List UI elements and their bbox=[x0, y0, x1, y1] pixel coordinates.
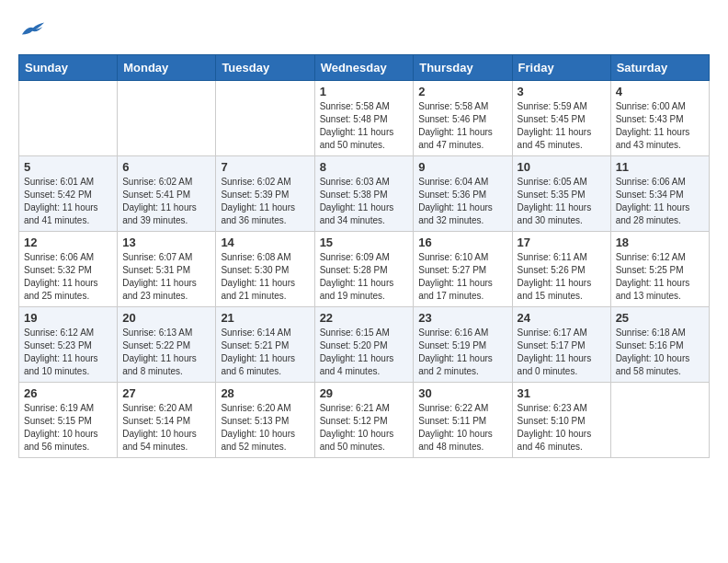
day-info: Sunrise: 6:12 AM Sunset: 5:25 PM Dayligh… bbox=[616, 251, 704, 303]
calendar-cell: 3Sunrise: 5:59 AM Sunset: 5:45 PM Daylig… bbox=[512, 80, 610, 155]
calendar-cell: 10Sunrise: 6:05 AM Sunset: 5:35 PM Dayli… bbox=[512, 155, 610, 231]
day-info: Sunrise: 6:11 AM Sunset: 5:26 PM Dayligh… bbox=[518, 251, 606, 303]
calendar-cell: 4Sunrise: 6:00 AM Sunset: 5:43 PM Daylig… bbox=[610, 80, 709, 155]
day-info: Sunrise: 6:14 AM Sunset: 5:21 PM Dayligh… bbox=[221, 327, 309, 378]
page-header bbox=[18, 18, 710, 45]
day-info: Sunrise: 6:07 AM Sunset: 5:31 PM Dayligh… bbox=[122, 251, 210, 303]
day-number: 15 bbox=[320, 236, 409, 249]
day-number: 6 bbox=[122, 160, 210, 174]
day-info: Sunrise: 6:17 AM Sunset: 5:17 PM Dayligh… bbox=[518, 327, 606, 378]
day-number: 25 bbox=[616, 311, 704, 325]
calendar-cell: 20Sunrise: 6:13 AM Sunset: 5:22 PM Dayli… bbox=[118, 306, 216, 382]
day-info: Sunrise: 6:02 AM Sunset: 5:39 PM Dayligh… bbox=[221, 176, 309, 227]
calendar-cell: 25Sunrise: 6:18 AM Sunset: 5:16 PM Dayli… bbox=[610, 306, 709, 382]
calendar-cell: 12Sunrise: 6:06 AM Sunset: 5:32 PM Dayli… bbox=[19, 231, 118, 306]
day-info: Sunrise: 6:22 AM Sunset: 5:11 PM Dayligh… bbox=[418, 402, 506, 454]
day-info: Sunrise: 6:03 AM Sunset: 5:38 PM Dayligh… bbox=[320, 176, 409, 227]
day-number: 3 bbox=[518, 85, 606, 98]
day-info: Sunrise: 6:12 AM Sunset: 5:23 PM Dayligh… bbox=[24, 327, 112, 378]
day-number: 31 bbox=[518, 386, 606, 400]
week-row-2: 5Sunrise: 6:01 AM Sunset: 5:42 PM Daylig… bbox=[19, 155, 710, 231]
day-info: Sunrise: 6:09 AM Sunset: 5:28 PM Dayligh… bbox=[320, 251, 409, 303]
weekday-header-tuesday: Tuesday bbox=[216, 54, 314, 80]
week-row-4: 19Sunrise: 6:12 AM Sunset: 5:23 PM Dayli… bbox=[19, 306, 710, 382]
calendar-cell: 19Sunrise: 6:12 AM Sunset: 5:23 PM Dayli… bbox=[19, 306, 118, 382]
day-info: Sunrise: 6:23 AM Sunset: 5:10 PM Dayligh… bbox=[518, 402, 606, 454]
day-number: 4 bbox=[616, 85, 704, 98]
week-row-5: 26Sunrise: 6:19 AM Sunset: 5:15 PM Dayli… bbox=[19, 382, 710, 457]
weekday-header-wednesday: Wednesday bbox=[314, 54, 414, 80]
day-info: Sunrise: 6:13 AM Sunset: 5:22 PM Dayligh… bbox=[122, 327, 210, 378]
day-info: Sunrise: 6:06 AM Sunset: 5:34 PM Dayligh… bbox=[616, 176, 704, 227]
calendar-cell: 1Sunrise: 5:58 AM Sunset: 5:48 PM Daylig… bbox=[314, 80, 414, 155]
day-info: Sunrise: 6:19 AM Sunset: 5:15 PM Dayligh… bbox=[24, 402, 112, 454]
calendar-cell: 27Sunrise: 6:20 AM Sunset: 5:14 PM Dayli… bbox=[118, 382, 216, 457]
calendar-cell: 28Sunrise: 6:20 AM Sunset: 5:13 PM Dayli… bbox=[216, 382, 314, 457]
day-info: Sunrise: 6:20 AM Sunset: 5:14 PM Dayligh… bbox=[122, 402, 210, 454]
calendar-cell: 8Sunrise: 6:03 AM Sunset: 5:38 PM Daylig… bbox=[314, 155, 414, 231]
day-number: 26 bbox=[24, 386, 112, 400]
weekday-header-sunday: Sunday bbox=[19, 54, 118, 80]
day-number: 20 bbox=[122, 311, 210, 325]
calendar-cell: 14Sunrise: 6:08 AM Sunset: 5:30 PM Dayli… bbox=[216, 231, 314, 306]
calendar-cell: 18Sunrise: 6:12 AM Sunset: 5:25 PM Dayli… bbox=[610, 231, 709, 306]
calendar-cell: 24Sunrise: 6:17 AM Sunset: 5:17 PM Dayli… bbox=[512, 306, 610, 382]
day-info: Sunrise: 6:15 AM Sunset: 5:20 PM Dayligh… bbox=[320, 327, 409, 378]
day-info: Sunrise: 5:58 AM Sunset: 5:46 PM Dayligh… bbox=[418, 100, 506, 152]
day-number: 23 bbox=[418, 311, 506, 325]
weekday-header-saturday: Saturday bbox=[610, 54, 709, 80]
day-number: 1 bbox=[320, 85, 409, 98]
calendar-cell: 6Sunrise: 6:02 AM Sunset: 5:41 PM Daylig… bbox=[118, 155, 216, 231]
weekday-header-thursday: Thursday bbox=[414, 54, 512, 80]
day-number: 10 bbox=[518, 160, 606, 174]
day-number: 13 bbox=[122, 236, 210, 249]
day-info: Sunrise: 6:20 AM Sunset: 5:13 PM Dayligh… bbox=[221, 402, 309, 454]
week-row-1: 1Sunrise: 5:58 AM Sunset: 5:48 PM Daylig… bbox=[19, 80, 710, 155]
day-number: 22 bbox=[320, 311, 409, 325]
calendar-cell: 22Sunrise: 6:15 AM Sunset: 5:20 PM Dayli… bbox=[314, 306, 414, 382]
day-info: Sunrise: 6:00 AM Sunset: 5:43 PM Dayligh… bbox=[616, 100, 704, 152]
day-number: 18 bbox=[616, 236, 704, 249]
calendar-cell bbox=[216, 80, 314, 155]
logo bbox=[18, 18, 46, 45]
calendar-cell: 30Sunrise: 6:22 AM Sunset: 5:11 PM Dayli… bbox=[414, 382, 512, 457]
week-row-3: 12Sunrise: 6:06 AM Sunset: 5:32 PM Dayli… bbox=[19, 231, 710, 306]
day-number: 21 bbox=[221, 311, 309, 325]
day-info: Sunrise: 6:02 AM Sunset: 5:41 PM Dayligh… bbox=[122, 176, 210, 227]
day-info: Sunrise: 5:58 AM Sunset: 5:48 PM Dayligh… bbox=[320, 100, 409, 152]
calendar-cell: 2Sunrise: 5:58 AM Sunset: 5:46 PM Daylig… bbox=[414, 80, 512, 155]
day-info: Sunrise: 6:16 AM Sunset: 5:19 PM Dayligh… bbox=[418, 327, 506, 378]
weekday-header-row: SundayMondayTuesdayWednesdayThursdayFrid… bbox=[19, 54, 710, 80]
day-info: Sunrise: 6:21 AM Sunset: 5:12 PM Dayligh… bbox=[320, 402, 409, 454]
calendar-cell bbox=[610, 382, 709, 457]
day-number: 9 bbox=[418, 160, 506, 174]
calendar-cell: 13Sunrise: 6:07 AM Sunset: 5:31 PM Dayli… bbox=[118, 231, 216, 306]
calendar-cell: 11Sunrise: 6:06 AM Sunset: 5:34 PM Dayli… bbox=[610, 155, 709, 231]
calendar-cell: 29Sunrise: 6:21 AM Sunset: 5:12 PM Dayli… bbox=[314, 382, 414, 457]
day-number: 17 bbox=[518, 236, 606, 249]
calendar-cell: 5Sunrise: 6:01 AM Sunset: 5:42 PM Daylig… bbox=[19, 155, 118, 231]
calendar-cell: 21Sunrise: 6:14 AM Sunset: 5:21 PM Dayli… bbox=[216, 306, 314, 382]
calendar-cell bbox=[19, 80, 118, 155]
day-number: 12 bbox=[24, 236, 112, 249]
day-info: Sunrise: 6:01 AM Sunset: 5:42 PM Dayligh… bbox=[24, 176, 112, 227]
day-number: 30 bbox=[418, 386, 506, 400]
calendar-cell: 23Sunrise: 6:16 AM Sunset: 5:19 PM Dayli… bbox=[414, 306, 512, 382]
calendar-cell: 31Sunrise: 6:23 AM Sunset: 5:10 PM Dayli… bbox=[512, 382, 610, 457]
calendar-cell: 7Sunrise: 6:02 AM Sunset: 5:39 PM Daylig… bbox=[216, 155, 314, 231]
day-number: 8 bbox=[320, 160, 409, 174]
day-info: Sunrise: 6:04 AM Sunset: 5:36 PM Dayligh… bbox=[418, 176, 506, 227]
logo-text bbox=[18, 18, 46, 45]
day-number: 27 bbox=[122, 386, 210, 400]
day-number: 11 bbox=[616, 160, 704, 174]
calendar-cell: 26Sunrise: 6:19 AM Sunset: 5:15 PM Dayli… bbox=[19, 382, 118, 457]
day-info: Sunrise: 6:06 AM Sunset: 5:32 PM Dayligh… bbox=[24, 251, 112, 303]
weekday-header-monday: Monday bbox=[118, 54, 216, 80]
day-info: Sunrise: 6:08 AM Sunset: 5:30 PM Dayligh… bbox=[221, 251, 309, 303]
day-number: 24 bbox=[518, 311, 606, 325]
calendar-table: SundayMondayTuesdayWednesdayThursdayFrid… bbox=[18, 54, 710, 458]
day-number: 5 bbox=[24, 160, 112, 174]
day-info: Sunrise: 6:10 AM Sunset: 5:27 PM Dayligh… bbox=[418, 251, 506, 303]
day-number: 7 bbox=[221, 160, 309, 174]
calendar-cell: 15Sunrise: 6:09 AM Sunset: 5:28 PM Dayli… bbox=[314, 231, 414, 306]
